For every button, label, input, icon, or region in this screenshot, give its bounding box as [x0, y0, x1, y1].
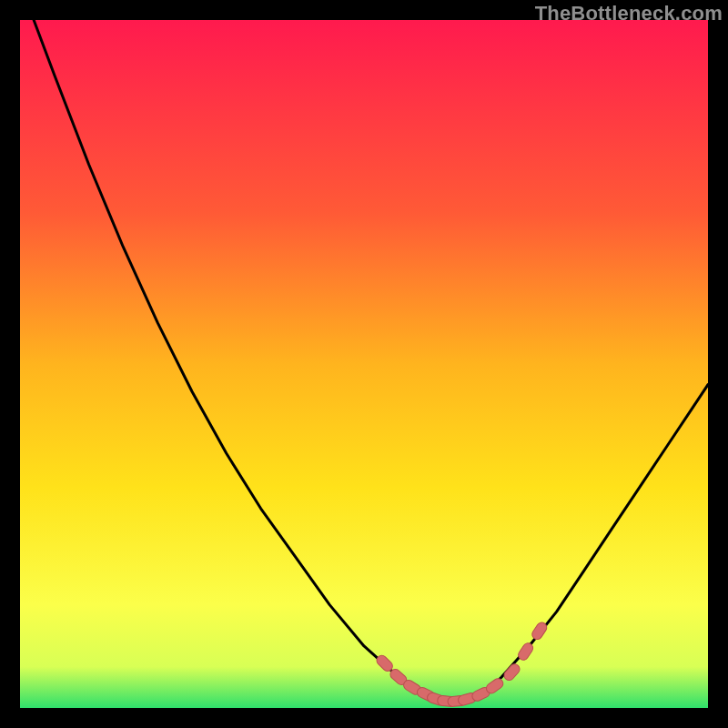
bottleneck-chart: [20, 20, 708, 708]
gradient-background: [20, 20, 708, 708]
chart-frame: [20, 20, 708, 708]
watermark-text: TheBottleneck.com: [535, 2, 723, 25]
